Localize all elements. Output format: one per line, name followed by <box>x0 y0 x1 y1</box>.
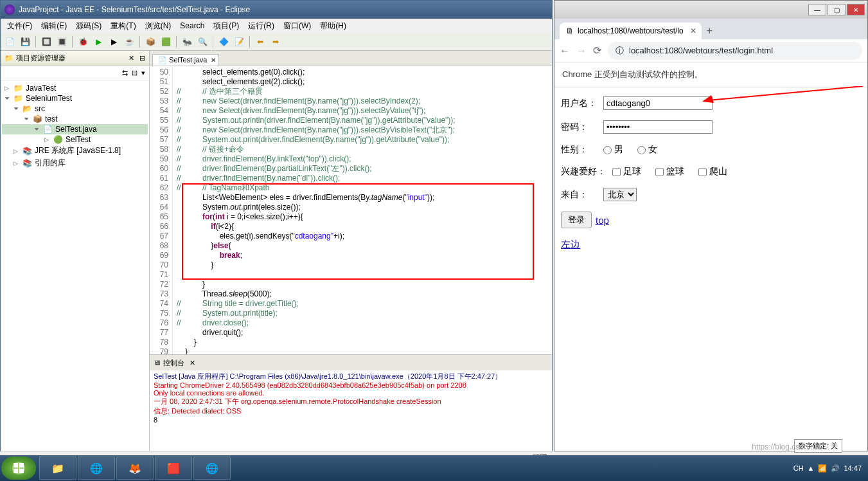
maximize-button[interactable]: ▢ <box>828 4 846 15</box>
console-tab-label[interactable]: 控制台 <box>163 358 184 368</box>
left-link[interactable]: 左边 <box>561 239 580 250</box>
ant-icon[interactable]: 🐜 <box>181 35 193 48</box>
automation-banner: Chrome 正受到自动测试软件的控制。 <box>554 62 867 87</box>
console-output[interactable]: SelTest [Java 应用程序] C:\Program Files (x8… <box>150 370 552 451</box>
chrome-tab-strip: 🗎 localhost:1080/webtours/test/lo ✕ + <box>554 19 867 39</box>
close-icon[interactable]: ✕ <box>211 57 216 64</box>
editor-tab-label: SelTest.java <box>169 56 207 64</box>
task-explorer[interactable]: 📁 <box>39 457 76 480</box>
java-file-icon: 📄 <box>158 56 167 64</box>
new-tab-button[interactable]: + <box>702 23 718 39</box>
tree-item[interactable]: ⏷📄SelTest.java <box>2 124 148 134</box>
tree-item[interactable]: ▷📚引用的库 <box>2 157 148 169</box>
hobby-climb-checkbox[interactable] <box>698 168 707 176</box>
project-explorer: 📁 项目资源管理器 ✕ ⊟ ⇆ ⊟ ▾ ▷📁JavaTest⏷📁Selenium… <box>1 51 150 451</box>
system-tray[interactable]: CH ▲ 📶 🔊 14:47 <box>793 464 867 473</box>
hobby-label: 兴趣爱好： <box>561 166 610 177</box>
from-label: 来自： <box>561 189 601 201</box>
address-bar[interactable]: ⓘ localhost:1080/webtours/test/login.htm… <box>608 42 862 60</box>
username-input[interactable] <box>603 96 713 110</box>
new-server-icon[interactable]: 🔳 <box>55 35 68 48</box>
new-class-icon[interactable]: 🟩 <box>159 35 172 48</box>
password-input[interactable] <box>603 120 713 134</box>
new-java-icon[interactable]: 📦 <box>144 35 157 48</box>
forward-button[interactable]: → <box>576 45 587 57</box>
run-last-icon[interactable]: ▶ <box>107 35 120 48</box>
eclipse-toolbar: 📄 💾 🔲 🔳 🐞 ▶ ▶ ☕ 📦 🟩 🐜 🔍 🔷 📝 ⬅ ➡ <box>1 33 552 51</box>
close-icon[interactable]: ✕ <box>128 54 134 62</box>
console-icon: 🖥 <box>154 359 161 367</box>
tray-clock[interactable]: 14:47 <box>844 464 862 473</box>
tree-item[interactable]: ▷📁JavaTest <box>2 83 148 93</box>
explorer-title: 项目资源管理器 <box>16 53 66 63</box>
debug-icon[interactable]: 🐞 <box>76 35 89 48</box>
gender-male-radio[interactable] <box>603 146 612 154</box>
task-chrome[interactable]: 🌐 <box>78 457 115 480</box>
editor-tabs: 📄 SelTest.java ✕ <box>150 51 552 66</box>
tray-lang[interactable]: CH <box>793 464 804 472</box>
tray-flag-icon[interactable]: ▲ <box>808 464 815 472</box>
gender-male-label: 男 <box>614 144 623 156</box>
console-panel: 🖥 控制台 ✕ SelTest [Java 应用程序] C:\Program F… <box>150 354 552 451</box>
login-button[interactable]: 登录 <box>561 212 592 228</box>
close-button[interactable]: ✕ <box>847 4 865 15</box>
gender-label: 性别： <box>561 144 601 156</box>
search-icon[interactable]: 🔷 <box>217 35 230 48</box>
coverage-icon[interactable]: ☕ <box>123 35 136 48</box>
menu-window[interactable]: 窗口(W) <box>279 19 315 33</box>
code-content[interactable]: select_elements.get(0).click(); select_e… <box>173 66 552 354</box>
menu-refactor[interactable]: 重构(T) <box>107 19 139 33</box>
reload-button[interactable]: ⟳ <box>593 44 601 57</box>
open-perspective-icon[interactable]: 🔲 <box>40 35 53 48</box>
menu-project[interactable]: 项目(P) <box>209 19 243 33</box>
start-button[interactable] <box>1 457 36 480</box>
code-editor[interactable]: 5051525354555657585960616263646566676869… <box>150 66 552 354</box>
link-editor-icon[interactable]: ⇆ <box>122 69 128 77</box>
menu-run[interactable]: 运行(R) <box>244 19 278 33</box>
annotation-icon[interactable]: 📝 <box>233 35 245 48</box>
minimize-button[interactable]: — <box>808 4 826 15</box>
hobby-basketball-checkbox[interactable] <box>655 168 664 176</box>
tree-item[interactable]: ▷📚JRE 系统库 [JavaSE-1.8] <box>2 145 148 157</box>
menu-file[interactable]: 文件(F) <box>3 19 36 33</box>
task-chrome2[interactable]: 🌐 <box>193 457 231 480</box>
info-icon[interactable]: ⓘ <box>616 45 624 57</box>
task-firefox[interactable]: 🦊 <box>116 457 154 480</box>
top-link[interactable]: top <box>596 215 609 226</box>
chrome-tab[interactable]: 🗎 localhost:1080/webtours/test/lo ✕ <box>560 23 702 39</box>
task-intellij[interactable]: 🟥 <box>155 457 192 480</box>
menu-navigate[interactable]: 浏览(N) <box>141 19 175 33</box>
back-nav-icon[interactable]: ⬅ <box>254 35 267 48</box>
forward-nav-icon[interactable]: ➡ <box>269 35 282 48</box>
collapse-all-icon[interactable]: ⊟ <box>132 69 137 77</box>
from-select[interactable]: 北京 <box>603 188 637 201</box>
menu-help[interactable]: 帮助(H) <box>316 19 350 33</box>
eclipse-icon <box>4 5 15 15</box>
tree-item[interactable]: ⏷📦test <box>2 114 148 124</box>
tray-sound-icon[interactable]: 🔊 <box>831 464 840 473</box>
view-menu-icon[interactable]: ▾ <box>141 69 145 77</box>
tray-network-icon[interactable]: 📶 <box>818 464 827 473</box>
gender-female-radio[interactable] <box>637 146 646 154</box>
tree-item[interactable]: ⏷📁SeleniumTest <box>2 93 148 104</box>
close-icon[interactable]: ✕ <box>690 26 696 35</box>
project-tree[interactable]: ▷📁JavaTest⏷📁SeleniumTest⏷📂src⏷📦test⏷📄Sel… <box>1 80 149 451</box>
menu-source[interactable]: 源码(S) <box>72 19 105 33</box>
editor-tab-seltest[interactable]: 📄 SelTest.java ✕ <box>152 54 219 66</box>
gender-female-label: 女 <box>648 144 657 156</box>
run-icon[interactable]: ▶ <box>92 35 105 48</box>
new-icon[interactable]: 📄 <box>3 35 16 48</box>
chrome-titlebar[interactable]: — ▢ ✕ <box>554 1 867 19</box>
eclipse-titlebar[interactable]: JavaProject - Java EE - SeleniumTest/src… <box>1 1 552 19</box>
open-type-icon[interactable]: 🔍 <box>196 35 209 48</box>
hobby-football-checkbox[interactable] <box>612 168 621 176</box>
windows-icon <box>11 460 26 476</box>
collapse-icon[interactable]: ⊟ <box>139 54 145 62</box>
save-icon[interactable]: 💾 <box>19 35 31 48</box>
menu-edit[interactable]: 编辑(E) <box>37 19 71 33</box>
menu-search[interactable]: Search <box>176 20 208 32</box>
tree-item[interactable]: ⏷📂src <box>2 104 148 114</box>
back-button[interactable]: ← <box>560 45 570 57</box>
tree-item[interactable]: ▷🟢SelTest <box>2 134 148 145</box>
close-icon[interactable]: ✕ <box>190 359 195 367</box>
